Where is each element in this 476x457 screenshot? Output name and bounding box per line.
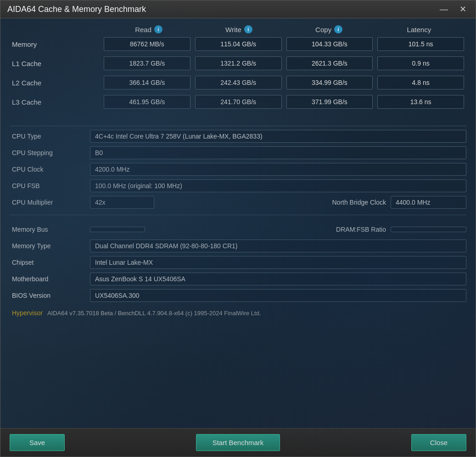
header-latency: Latency xyxy=(374,25,464,33)
table-row: L2 Cache 366.14 GB/s 242.43 GB/s 334.99 … xyxy=(10,76,466,89)
bios-label: BIOS Version xyxy=(10,292,90,299)
cpu-type-value: 4C+4c Intel Core Ultra 7 258V (Lunar Lak… xyxy=(90,130,466,143)
latency-label: Latency xyxy=(407,26,431,33)
row-latency: 13.6 ns xyxy=(375,95,466,109)
memory-type-label: Memory Type xyxy=(10,242,90,250)
nb-clock-value: 4400.0 MHz xyxy=(391,196,466,209)
close-button-bottom[interactable]: Close xyxy=(411,434,466,451)
chipset-label: Chipset xyxy=(10,259,90,266)
cpu-multiplier-label: CPU Multiplier xyxy=(10,199,90,206)
separator-2 xyxy=(10,215,466,215)
close-button[interactable]: ✕ xyxy=(457,4,469,14)
cpu-stepping-row: CPU Stepping B0 xyxy=(10,145,466,161)
start-benchmark-button[interactable]: Start Benchmark xyxy=(196,434,280,451)
chipset-value: Intel Lunar Lake-MX xyxy=(90,256,466,269)
row-label: L2 Cache xyxy=(10,79,101,87)
row-copy: 334.99 GB/s xyxy=(284,76,375,89)
copy-label: Copy xyxy=(315,26,331,33)
row-read: 1823.7 GB/s xyxy=(101,56,193,70)
cpu-clock-label: CPU Clock xyxy=(10,166,90,173)
row-copy: 2621.3 GB/s xyxy=(284,56,375,70)
header-read: Read i xyxy=(104,25,194,33)
read-info-icon[interactable]: i xyxy=(154,25,162,33)
memory-bus-row: Memory Bus DRAM:FSB Ratio xyxy=(10,222,466,237)
minimize-button[interactable]: — xyxy=(437,4,450,14)
motherboard-value: Asus ZenBook S 14 UX5406SA xyxy=(90,273,466,285)
header-copy: Copy i xyxy=(284,25,374,33)
memory-type-value: Dual Channel DDR4 SDRAM (92-80-80-180 CR… xyxy=(90,240,466,252)
header-empty xyxy=(12,25,104,33)
benchmark-table: Read i Write i Copy i Latency Memory 867… xyxy=(10,25,466,114)
table-row: L1 Cache 1823.7 GB/s 1321.2 GB/s 2621.3 … xyxy=(10,56,466,70)
cpu-type-label: CPU Type xyxy=(10,133,90,140)
table-header: Read i Write i Copy i Latency xyxy=(10,25,466,33)
cpu-fsb-label: CPU FSB xyxy=(10,182,90,189)
separator-1 xyxy=(10,126,466,126)
cpu-stepping-label: CPU Stepping xyxy=(10,149,90,156)
cpu-fsb-value: 100.0 MHz (original: 100 MHz) xyxy=(90,179,466,192)
bottom-bar: Save Start Benchmark Close xyxy=(0,428,476,457)
nb-clock-label: North Bridge Clock xyxy=(332,199,386,206)
window-controls: — ✕ xyxy=(437,4,469,14)
row-latency: 0.9 ns xyxy=(375,56,466,70)
window-title: AIDA64 Cache & Memory Benchmark xyxy=(7,5,146,14)
row-read: 366.14 GB/s xyxy=(101,76,193,89)
row-label: L1 Cache xyxy=(10,60,101,67)
cpu-fsb-row: CPU FSB 100.0 MHz (original: 100 MHz) xyxy=(10,178,466,194)
cpu-clock-value: 4200.0 MHz xyxy=(90,163,466,176)
main-content: Read i Write i Copy i Latency Memory 867… xyxy=(0,18,476,428)
memory-type-row: Memory Type Dual Channel DDR4 SDRAM (92-… xyxy=(10,238,466,254)
bench-rows: Memory 86762 MB/s 115.04 GB/s 104.33 GB/… xyxy=(10,37,466,109)
read-label: Read xyxy=(135,26,151,33)
bios-value: UX5406SA.300 xyxy=(90,289,466,302)
title-bar: AIDA64 Cache & Memory Benchmark — ✕ xyxy=(0,0,476,18)
write-label: Write xyxy=(225,26,241,33)
row-latency: 101.5 ns xyxy=(375,37,466,51)
row-read: 86762 MB/s xyxy=(101,37,193,51)
write-info-icon[interactable]: i xyxy=(244,25,252,33)
row-label: L3 Cache xyxy=(10,98,101,106)
footer-text: AIDA64 v7.35.7018 Beta / BenchDLL 4.7.90… xyxy=(47,310,261,317)
row-write: 115.04 GB/s xyxy=(193,37,284,51)
motherboard-label: Motherboard xyxy=(10,275,90,283)
row-copy: 371.99 GB/s xyxy=(284,95,375,109)
info-section: CPU Type 4C+4c Intel Core Ultra 7 258V (… xyxy=(10,128,466,303)
cpu-multiplier-row: CPU Multiplier 42x North Bridge Clock 44… xyxy=(10,195,466,210)
bios-row: BIOS Version UX5406SA.300 xyxy=(10,288,466,303)
footer-info: Hypervisor AIDA64 v7.35.7018 Beta / Benc… xyxy=(10,307,466,319)
copy-info-icon[interactable]: i xyxy=(334,25,342,33)
row-write: 241.70 GB/s xyxy=(193,95,284,109)
row-label: Memory xyxy=(10,40,101,48)
hypervisor-label: Hypervisor xyxy=(12,309,43,317)
cpu-clock-row: CPU Clock 4200.0 MHz xyxy=(10,162,466,177)
motherboard-row: Motherboard Asus ZenBook S 14 UX5406SA xyxy=(10,271,466,287)
memory-bus-label: Memory Bus xyxy=(10,226,90,233)
cpu-stepping-value: B0 xyxy=(90,146,466,159)
cpu-multiplier-value: 42x xyxy=(90,196,154,209)
main-window: AIDA64 Cache & Memory Benchmark — ✕ Read… xyxy=(0,0,476,457)
row-copy: 104.33 GB/s xyxy=(284,37,375,51)
row-write: 242.43 GB/s xyxy=(193,76,284,89)
save-button[interactable]: Save xyxy=(10,434,65,451)
chipset-row: Chipset Intel Lunar Lake-MX xyxy=(10,255,466,270)
dram-fsb-label: DRAM:FSB Ratio xyxy=(145,226,386,233)
table-row: L3 Cache 461.95 GB/s 241.70 GB/s 371.99 … xyxy=(10,95,466,109)
row-read: 461.95 GB/s xyxy=(101,95,193,109)
memory-bus-value xyxy=(90,227,145,232)
cpu-type-row: CPU Type 4C+4c Intel Core Ultra 7 258V (… xyxy=(10,128,466,144)
header-write: Write i xyxy=(194,25,284,33)
row-write: 1321.2 GB/s xyxy=(193,56,284,70)
dram-fsb-value xyxy=(391,227,466,232)
table-row: Memory 86762 MB/s 115.04 GB/s 104.33 GB/… xyxy=(10,37,466,51)
row-latency: 4.8 ns xyxy=(375,76,466,89)
